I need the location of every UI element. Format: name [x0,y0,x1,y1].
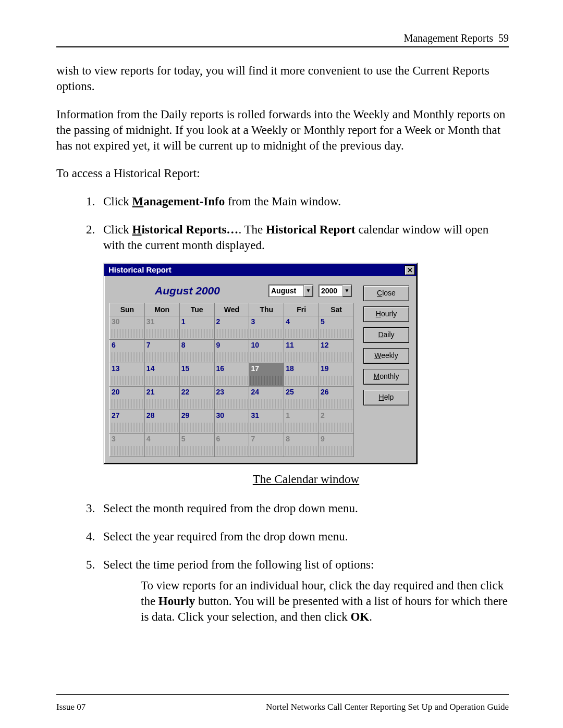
calendar-day-cell[interactable]: 30 [110,316,145,340]
calendar-day-cell[interactable]: 25 [284,387,319,410]
footer-title: Nortel Networks Call Center Reporting Se… [266,702,509,712]
close-button[interactable]: Close [363,286,409,301]
window-titlebar[interactable]: Historical Report ✕ [104,264,417,276]
calendar-day-cell[interactable]: 3 [249,316,284,340]
footer-rule [56,694,509,695]
calendar-day-cell[interactable]: 22 [179,387,214,410]
calendar-day-header: Thu [249,303,284,316]
month-dropdown-value: August [269,285,303,297]
calendar-day-cell[interactable]: 10 [249,340,284,363]
step-5-detail: To view reports for an individual hour, … [141,578,509,625]
page-footer: Issue 07 Nortel Networks Call Center Rep… [56,702,509,712]
monthly-button[interactable]: Monthly [363,369,409,385]
footer-issue: Issue 07 [56,702,85,712]
intro-para-1: wish to view reports for today, you will… [56,63,509,94]
calendar-day-cell[interactable]: 3 [110,434,145,457]
calendar-day-cell[interactable]: 16 [214,363,249,387]
calendar-day-cell[interactable]: 8 [179,340,214,363]
daily-button[interactable]: Daily [363,327,409,343]
calendar-day-cell[interactable]: 6 [214,434,249,457]
step-5: Select the time period from the followin… [98,557,509,625]
calendar-day-cell[interactable]: 12 [319,340,354,363]
step-2: Click Historical Reports…. The Historica… [98,222,509,487]
calendar-day-cell[interactable]: 6 [110,340,145,363]
intro-para-3: To access a Historical Report: [56,166,509,181]
calendar-day-cell[interactable]: 21 [144,387,179,410]
calendar-day-cell[interactable]: 27 [110,410,145,434]
calendar-grid: SunMonTueWedThuFriSat 303112345678910111… [109,303,354,457]
close-icon[interactable]: ✕ [405,265,415,275]
calendar-day-cell[interactable]: 2 [214,316,249,340]
calendar-day-cell[interactable]: 23 [214,387,249,410]
calendar-day-cell[interactable]: 14 [144,363,179,387]
calendar-day-cell[interactable]: 26 [319,387,354,410]
help-button[interactable]: Help [363,390,409,405]
page-header: Management Reports 59 [56,32,509,44]
calendar-day-cell[interactable]: 17 [249,363,284,387]
chevron-down-icon[interactable]: ▼ [303,285,313,297]
calendar-day-cell[interactable]: 4 [144,434,179,457]
section-name: Management Reports [403,32,493,44]
intro-para-2: Information from the Daily reports is ro… [56,107,509,154]
calendar-day-cell[interactable]: 18 [284,363,319,387]
calendar-day-header: Sat [319,303,354,316]
window-title: Historical Report [108,265,172,275]
calendar-day-cell[interactable]: 30 [214,410,249,434]
page-number: 59 [498,32,509,44]
year-dropdown-value: 2000 [319,285,342,297]
calendar-day-cell[interactable]: 7 [249,434,284,457]
month-dropdown[interactable]: August ▼ [268,285,313,297]
calendar-day-cell[interactable]: 15 [179,363,214,387]
hourly-button[interactable]: Hourly [363,306,409,322]
calendar-day-cell[interactable]: 13 [110,363,145,387]
calendar-day-cell[interactable]: 9 [319,434,354,457]
calendar-day-cell[interactable]: 20 [110,387,145,410]
calendar-day-cell[interactable]: 5 [319,316,354,340]
calendar-day-cell[interactable]: 2 [319,410,354,434]
calendar-day-header: Tue [179,303,214,316]
calendar-day-cell[interactable]: 29 [179,410,214,434]
calendar-day-cell[interactable]: 8 [284,434,319,457]
step-1: Click Management-Info from the Main wind… [98,194,509,209]
calendar-day-cell[interactable]: 11 [284,340,319,363]
calendar-day-cell[interactable]: 31 [144,316,179,340]
header-rule [56,46,509,47]
calendar-day-cell[interactable]: 1 [284,410,319,434]
chevron-down-icon[interactable]: ▼ [342,285,351,297]
historical-report-window: Historical Report ✕ August 2000 August ▼ [103,263,418,464]
calendar-day-cell[interactable]: 19 [319,363,354,387]
calendar-month-year: August 2000 [112,283,263,298]
calendar-day-cell[interactable]: 4 [284,316,319,340]
calendar-day-header: Sun [110,303,145,316]
weekly-button[interactable]: Weekly [363,348,409,364]
calendar-day-header: Fri [284,303,319,316]
calendar-day-cell[interactable]: 28 [144,410,179,434]
figure-caption: The Calendar window [103,472,509,487]
calendar-day-cell[interactable]: 31 [249,410,284,434]
calendar-day-cell[interactable]: 1 [179,316,214,340]
calendar-day-cell[interactable]: 24 [249,387,284,410]
calendar-day-cell[interactable]: 9 [214,340,249,363]
calendar-day-cell[interactable]: 7 [144,340,179,363]
year-dropdown[interactable]: 2000 ▼ [319,285,352,297]
calendar-day-header: Mon [144,303,179,316]
calendar-day-cell[interactable]: 5 [179,434,214,457]
calendar-day-header: Wed [214,303,249,316]
step-4: Select the year required from the drop d… [98,529,509,545]
step-3: Select the month required from the drop … [98,501,509,516]
